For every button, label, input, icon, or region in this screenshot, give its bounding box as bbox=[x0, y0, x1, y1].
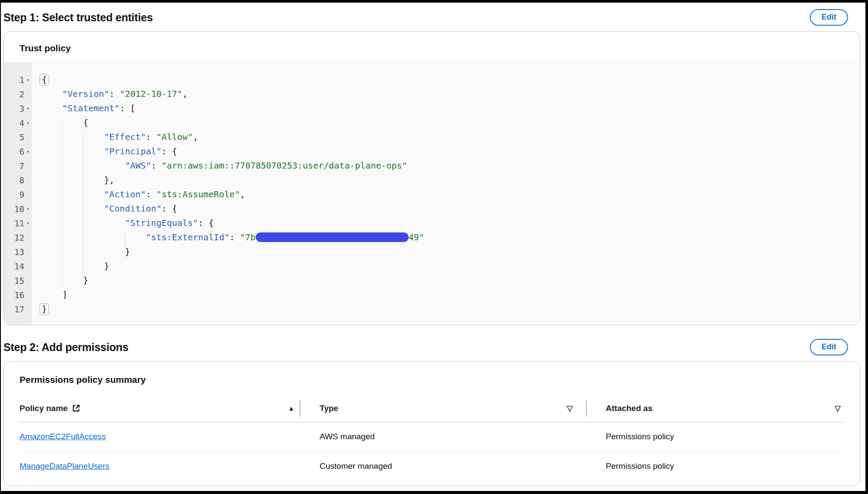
fold-arrow-icon[interactable]: ▾ bbox=[24, 206, 32, 212]
attached-as-cell: Permissions policy bbox=[587, 432, 844, 441]
code-line[interactable]: { bbox=[41, 116, 855, 130]
step1-edit-button[interactable]: Edit bbox=[810, 9, 848, 26]
external-link-icon bbox=[72, 404, 80, 412]
column-label: Attached as bbox=[606, 404, 653, 413]
trust-policy-editor[interactable]: 1▾23▾4▾56▾78910▾11▾121314151617 { "Versi… bbox=[4, 62, 860, 325]
policy-name-link[interactable]: ManageDataPlaneUsers bbox=[20, 461, 109, 471]
line-number: 14 bbox=[4, 262, 24, 271]
code-line[interactable]: "Statement": [ bbox=[41, 101, 855, 116]
step2-edit-button[interactable]: Edit bbox=[810, 339, 848, 355]
line-number: 8 bbox=[4, 176, 24, 185]
line-number: 3 bbox=[4, 104, 24, 113]
editor-code[interactable]: { "Version": "2012-10-17", "Statement": … bbox=[32, 62, 860, 325]
page: Step 1: Select trusted entities Edit Tru… bbox=[0, 0, 868, 494]
line-number: 10 bbox=[4, 204, 24, 214]
policy-table-header: Policy name ▲ Type ▽ bbox=[20, 395, 844, 422]
code-line[interactable]: } bbox=[41, 245, 855, 259]
line-number: 6 bbox=[4, 147, 24, 156]
line-number: 4 bbox=[4, 118, 24, 128]
step2-title: Step 2: Add permissions bbox=[3, 341, 129, 354]
line-number: 16 bbox=[4, 290, 24, 300]
line-number: 7 bbox=[4, 161, 24, 171]
table-row: AmazonEC2FullAccessAWS managedPermission… bbox=[20, 422, 844, 451]
trust-policy-title: Trust policy bbox=[4, 32, 860, 62]
line-number: 5 bbox=[4, 133, 24, 142]
step1-title: Step 1: Select trusted entities bbox=[3, 11, 153, 24]
code-line[interactable]: "Principal": { bbox=[41, 144, 855, 159]
indent-guide bbox=[104, 159, 104, 259]
code-line[interactable]: "Version": "2012-10-17", bbox=[41, 87, 855, 101]
line-number: 15 bbox=[4, 276, 24, 285]
code-line[interactable]: "sts:ExternalId": "7b49" bbox=[41, 230, 855, 245]
column-header-type[interactable]: Type ▽ bbox=[300, 404, 586, 413]
line-number: 11 bbox=[4, 219, 24, 228]
column-label: Policy name bbox=[20, 404, 68, 413]
column-header-policy-name[interactable]: Policy name ▲ bbox=[20, 404, 300, 413]
indent-guide bbox=[62, 116, 63, 288]
code-line[interactable]: } bbox=[41, 259, 855, 273]
policy-name-link[interactable]: AmazonEC2FullAccess bbox=[20, 432, 106, 441]
step1-header: Step 1: Select trusted entities Edit bbox=[3, 8, 860, 27]
permissions-card: Permissions policy summary Policy name ▲ bbox=[3, 361, 860, 486]
code-line[interactable]: }, bbox=[41, 173, 855, 187]
code-line[interactable]: } bbox=[41, 273, 855, 288]
sort-ascending-icon[interactable]: ▲ bbox=[288, 404, 294, 412]
column-label: Type bbox=[320, 404, 338, 413]
permissions-title: Permissions policy summary bbox=[4, 361, 860, 395]
line-number: 13 bbox=[4, 247, 24, 257]
line-number: 9 bbox=[4, 190, 24, 199]
code-line[interactable]: "Effect": "Allow", bbox=[41, 130, 855, 144]
indent-guide bbox=[125, 230, 125, 259]
table-row: ManageDataPlaneUsersCustomer managedPerm… bbox=[20, 451, 844, 481]
line-number: 17 bbox=[4, 305, 24, 314]
fold-arrow-icon[interactable]: ▾ bbox=[24, 77, 32, 83]
step2-header: Step 2: Add permissions Edit bbox=[3, 338, 860, 357]
sort-down-icon[interactable]: ▽ bbox=[567, 404, 573, 413]
indent-guide bbox=[83, 130, 83, 273]
editor-gutter: 1▾23▾4▾56▾78910▾11▾121314151617 bbox=[4, 62, 32, 325]
redaction-bar bbox=[256, 232, 409, 242]
policy-table: Policy name ▲ Type ▽ bbox=[4, 395, 860, 486]
line-number: 1 bbox=[4, 75, 24, 85]
code-line[interactable]: } bbox=[41, 302, 855, 316]
sort-down-icon[interactable]: ▽ bbox=[835, 404, 841, 413]
policy-table-body: AmazonEC2FullAccessAWS managedPermission… bbox=[20, 422, 844, 481]
code-line[interactable]: ] bbox=[41, 288, 855, 302]
attached-as-cell: Permissions policy bbox=[587, 461, 844, 471]
policy-type-cell: Customer managed bbox=[300, 461, 586, 471]
policy-type-cell: AWS managed bbox=[300, 432, 586, 441]
code-line[interactable]: "StringEquals": { bbox=[41, 216, 855, 230]
line-number: 2 bbox=[4, 90, 24, 99]
code-line[interactable]: { bbox=[41, 73, 855, 87]
fold-arrow-icon[interactable]: ▾ bbox=[24, 106, 32, 112]
trust-policy-card: Trust policy 1▾23▾4▾56▾78910▾11▾12131415… bbox=[3, 31, 860, 325]
column-header-attached-as[interactable]: Attached as ▽ bbox=[587, 404, 844, 413]
fold-arrow-icon[interactable]: ▾ bbox=[24, 220, 32, 226]
code-line[interactable]: "AWS": "arn:aws:iam::770785070253:user/d… bbox=[41, 159, 855, 173]
line-number: 12 bbox=[4, 233, 24, 242]
code-line[interactable]: "Action": "sts:AssumeRole", bbox=[41, 187, 855, 202]
code-line[interactable]: "Condition": { bbox=[41, 202, 855, 216]
fold-arrow-icon[interactable]: ▾ bbox=[24, 120, 32, 126]
fold-arrow-icon[interactable]: ▾ bbox=[24, 149, 32, 155]
